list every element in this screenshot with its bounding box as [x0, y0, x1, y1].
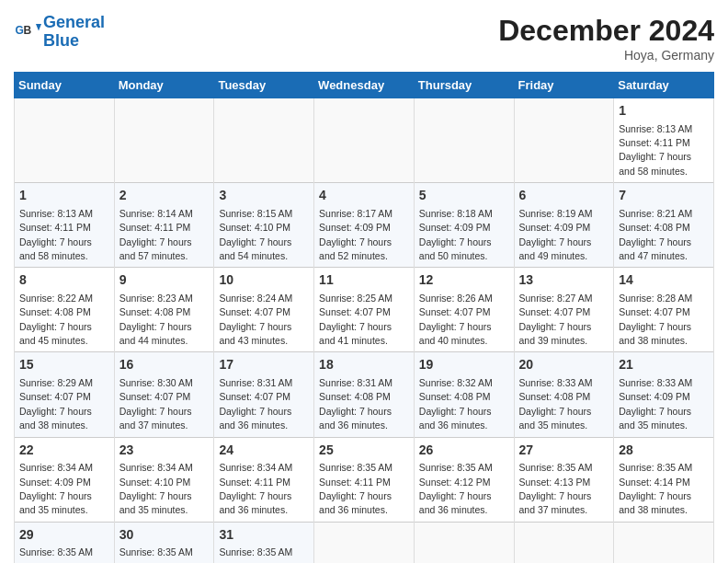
calendar-cell: 31Sunrise: 8:35 AMSunset: 4:16 PMDayligh…: [214, 522, 314, 563]
calendar-cell: 5Sunrise: 8:18 AMSunset: 4:09 PMDaylight…: [414, 183, 514, 268]
month-title: December 2024: [498, 14, 714, 48]
cell-info: Sunrise: 8:26 AMSunset: 4:07 PMDaylight:…: [419, 293, 493, 346]
title-block: December 2024 Hoya, Germany: [498, 14, 714, 63]
day-header-sunday: Sunday: [15, 73, 115, 98]
cell-info: Sunrise: 8:34 AMSunset: 4:10 PMDaylight:…: [119, 462, 193, 515]
day-number: 24: [219, 442, 309, 460]
day-number: 20: [519, 356, 609, 374]
cell-info: Sunrise: 8:29 AMSunset: 4:07 PMDaylight:…: [19, 377, 93, 431]
cell-info: Sunrise: 8:15 AMSunset: 4:10 PMDaylight:…: [219, 208, 292, 261]
cell-info: Sunrise: 8:31 AMSunset: 4:08 PMDaylight:…: [319, 377, 392, 431]
cell-info: Sunrise: 8:14 AMSunset: 4:11 PMDaylight:…: [119, 208, 193, 261]
day-number: 22: [19, 442, 109, 460]
day-number: 9: [119, 271, 210, 290]
day-number: 19: [419, 356, 509, 374]
calendar-cell: 10Sunrise: 8:24 AMSunset: 4:07 PMDayligh…: [214, 268, 314, 352]
calendar-cell: 16Sunrise: 8:30 AMSunset: 4:07 PMDayligh…: [114, 352, 214, 437]
calendar-cell: 20Sunrise: 8:33 AMSunset: 4:08 PMDayligh…: [514, 352, 614, 437]
calendar-header-row: SundayMondayTuesdayWednesdayThursdayFrid…: [15, 73, 714, 98]
day-header-wednesday: Wednesday: [314, 73, 415, 98]
calendar-cell: [514, 522, 614, 563]
calendar-cell: 1Sunrise: 8:13 AMSunset: 4:11 PMDaylight…: [15, 183, 115, 268]
calendar-table: SundayMondayTuesdayWednesdayThursdayFrid…: [14, 72, 714, 563]
cell-info: Sunrise: 8:22 AMSunset: 4:08 PMDaylight:…: [19, 293, 93, 346]
calendar-cell: 25Sunrise: 8:35 AMSunset: 4:11 PMDayligh…: [314, 437, 415, 522]
calendar-cell: 11Sunrise: 8:25 AMSunset: 4:07 PMDayligh…: [314, 268, 415, 352]
cell-info: Sunrise: 8:33 AMSunset: 4:09 PMDaylight:…: [619, 377, 692, 431]
calendar-cell: [314, 522, 415, 563]
calendar-week-row: 1Sunrise: 8:13 AMSunset: 4:11 PMDaylight…: [15, 183, 714, 268]
day-number: 17: [219, 356, 309, 374]
day-number: 3: [219, 187, 309, 205]
cell-info: Sunrise: 8:13 AMSunset: 4:11 PMDaylight:…: [19, 208, 93, 261]
cell-info: Sunrise: 8:13 AMSunset: 4:11 PMDaylight:…: [619, 123, 692, 177]
calendar-week-row: 22Sunrise: 8:34 AMSunset: 4:09 PMDayligh…: [15, 437, 714, 522]
calendar-cell: [15, 98, 115, 183]
calendar-cell: [414, 522, 514, 563]
cell-info: Sunrise: 8:28 AMSunset: 4:07 PMDaylight:…: [619, 293, 692, 346]
calendar-cell: [514, 98, 614, 183]
calendar-cell: 3Sunrise: 8:15 AMSunset: 4:10 PMDaylight…: [214, 183, 314, 268]
day-number: 13: [519, 271, 609, 290]
cell-info: Sunrise: 8:35 AMSunset: 4:15 PMDaylight:…: [19, 546, 93, 563]
calendar-cell: [314, 98, 415, 183]
calendar-cell: 13Sunrise: 8:27 AMSunset: 4:07 PMDayligh…: [514, 268, 614, 352]
day-number: 21: [619, 356, 709, 374]
day-header-saturday: Saturday: [614, 73, 714, 98]
day-number: 30: [119, 526, 210, 545]
day-number: 5: [419, 187, 509, 205]
cell-info: Sunrise: 8:27 AMSunset: 4:07 PMDaylight:…: [519, 293, 593, 346]
day-number: 10: [219, 271, 309, 290]
calendar-cell: 18Sunrise: 8:31 AMSunset: 4:08 PMDayligh…: [314, 352, 415, 437]
svg-marker-2: [36, 24, 41, 31]
calendar-cell: 29Sunrise: 8:35 AMSunset: 4:15 PMDayligh…: [15, 522, 115, 563]
logo-icon: G B: [14, 18, 41, 46]
cell-info: Sunrise: 8:35 AMSunset: 4:12 PMDaylight:…: [419, 462, 493, 515]
day-header-monday: Monday: [114, 73, 214, 98]
cell-info: Sunrise: 8:35 AMSunset: 4:13 PMDaylight:…: [519, 462, 593, 515]
day-number: 31: [219, 526, 309, 545]
day-number: 15: [19, 356, 109, 374]
cell-info: Sunrise: 8:25 AMSunset: 4:07 PMDaylight:…: [319, 293, 392, 346]
day-number: 11: [319, 271, 409, 290]
calendar-cell: 2Sunrise: 8:14 AMSunset: 4:11 PMDaylight…: [114, 183, 214, 268]
calendar-cell: 23Sunrise: 8:34 AMSunset: 4:10 PMDayligh…: [114, 437, 214, 522]
day-number: 29: [19, 526, 109, 545]
svg-text:G: G: [16, 23, 24, 36]
day-number: 28: [619, 442, 709, 460]
calendar-cell: 22Sunrise: 8:34 AMSunset: 4:09 PMDayligh…: [15, 437, 115, 522]
cell-info: Sunrise: 8:33 AMSunset: 4:08 PMDaylight:…: [519, 377, 593, 431]
day-number: 12: [419, 271, 509, 290]
calendar-cell: 17Sunrise: 8:31 AMSunset: 4:07 PMDayligh…: [214, 352, 314, 437]
day-number: 26: [419, 442, 509, 460]
calendar-week-row: 1Sunrise: 8:13 AMSunset: 4:11 PMDaylight…: [15, 98, 714, 183]
day-header-tuesday: Tuesday: [214, 73, 314, 98]
cell-info: Sunrise: 8:35 AMSunset: 4:11 PMDaylight:…: [319, 462, 392, 515]
calendar-cell: 8Sunrise: 8:22 AMSunset: 4:08 PMDaylight…: [15, 268, 115, 352]
cell-info: Sunrise: 8:18 AMSunset: 4:09 PMDaylight:…: [419, 208, 493, 261]
calendar-cell: 15Sunrise: 8:29 AMSunset: 4:07 PMDayligh…: [15, 352, 115, 437]
svg-text:B: B: [24, 23, 32, 36]
day-number: 25: [319, 442, 409, 460]
cell-info: Sunrise: 8:24 AMSunset: 4:07 PMDaylight:…: [219, 293, 292, 346]
day-number: 7: [619, 187, 709, 205]
calendar-week-row: 15Sunrise: 8:29 AMSunset: 4:07 PMDayligh…: [15, 352, 714, 437]
calendar-cell: 14Sunrise: 8:28 AMSunset: 4:07 PMDayligh…: [614, 268, 714, 352]
cell-info: Sunrise: 8:17 AMSunset: 4:09 PMDaylight:…: [319, 208, 392, 261]
calendar-cell: 12Sunrise: 8:26 AMSunset: 4:07 PMDayligh…: [414, 268, 514, 352]
calendar-cell: [614, 522, 714, 563]
day-header-thursday: Thursday: [414, 73, 514, 98]
calendar-cell: [414, 98, 514, 183]
calendar-cell: 19Sunrise: 8:32 AMSunset: 4:08 PMDayligh…: [414, 352, 514, 437]
calendar-cell: [114, 98, 214, 183]
cell-info: Sunrise: 8:34 AMSunset: 4:09 PMDaylight:…: [19, 462, 93, 515]
calendar-cell: 30Sunrise: 8:35 AMSunset: 4:15 PMDayligh…: [114, 522, 214, 563]
cell-info: Sunrise: 8:32 AMSunset: 4:08 PMDaylight:…: [419, 377, 493, 431]
day-number: 4: [319, 187, 409, 205]
logo: G B General Blue: [14, 14, 105, 51]
calendar-cell: 7Sunrise: 8:21 AMSunset: 4:08 PMDaylight…: [614, 183, 714, 268]
cell-info: Sunrise: 8:35 AMSunset: 4:14 PMDaylight:…: [619, 462, 692, 515]
calendar-cell: 9Sunrise: 8:23 AMSunset: 4:08 PMDaylight…: [114, 268, 214, 352]
calendar-cell: 1Sunrise: 8:13 AMSunset: 4:11 PMDaylight…: [614, 98, 714, 183]
day-number: 2: [119, 187, 210, 205]
